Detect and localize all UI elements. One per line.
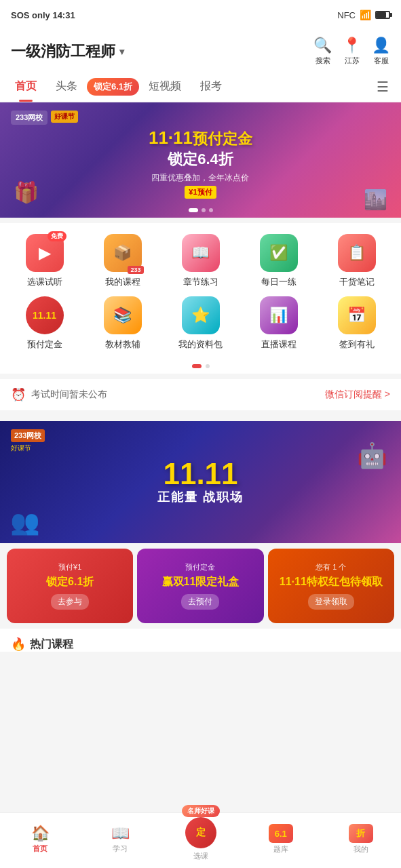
banner2-main: 11.11 正能量 战职场 <box>157 459 244 505</box>
signin-label: 签到有礼 <box>339 338 375 351</box>
mypack-icon: ⭐ <box>182 296 220 334</box>
quick-item-chapter[interactable]: 📖 章节练习 <box>167 234 235 288</box>
banner-main-text: 11·11预付定金 <box>149 122 252 148</box>
trial-icon: ▶ 免费 <box>26 234 64 272</box>
page-dot-1 <box>192 364 202 368</box>
tab-video[interactable]: 短视频 <box>139 71 191 102</box>
banner-2[interactable]: 233网校 好课节 11.11 正能量 战职场 👥 🤖 <box>0 421 401 543</box>
quick-item-textbook[interactable]: 📚 教材教辅 <box>89 296 157 351</box>
course-circle: 定 <box>185 817 216 848</box>
notes-icon: 📋 <box>338 234 376 272</box>
textbook-label: 教材教辅 <box>105 338 140 351</box>
brand-badge: 233 <box>128 266 143 274</box>
status-text: SOS only 14:31 <box>11 10 75 20</box>
nav-item-study[interactable]: 📖 学习 <box>80 825 160 854</box>
header: 一级消防工程师 ▾ 🔍 搜索 📍 江苏 👤 客服 <box>0 30 401 71</box>
banner-dots <box>189 208 213 212</box>
textbook-icon: 📚 <box>104 296 142 334</box>
quick-item-mypack[interactable]: ⭐ 我的资料包 <box>167 296 235 351</box>
flame-icon: 🔥 <box>11 637 26 652</box>
notes-label: 干货笔记 <box>339 276 375 288</box>
nav-more-icon[interactable]: ☰ <box>370 73 396 100</box>
status-bar: SOS only 14:31 NFC 📶 <box>0 0 401 30</box>
banner-logo: 233网校 <box>11 111 47 125</box>
deposit-icon: 11.11 <box>26 296 64 334</box>
promo2-main: 赢双11限定礼盒 <box>162 575 240 588</box>
location-action[interactable]: 📍 江苏 <box>343 37 361 66</box>
battery-icon <box>375 11 390 19</box>
banner2-deco-left: 👥 <box>10 509 40 536</box>
daily-label: 每日一练 <box>261 276 297 288</box>
search-action[interactable]: 🔍 搜索 <box>313 37 332 66</box>
banner2-sub: 正能量 战职场 <box>157 489 244 505</box>
banner2-title: 11.11 <box>157 459 244 489</box>
nav-item-home[interactable]: 🏠 首页 <box>0 825 80 854</box>
mypack-label: 我的资料包 <box>178 338 223 351</box>
banner-deco-left: 🎁 <box>14 180 39 204</box>
banner-content: 11·11预付定金 锁定6.4折 四重优惠叠加，全年冰点价 ¥1预付 <box>149 122 252 199</box>
banner-1[interactable]: 233网校 好课节 11·11预付定金 锁定6.4折 四重优惠叠加，全年冰点价 … <box>0 102 401 218</box>
nav-tabs: 首页 头条 锁定6.1折 短视频 报考 ☰ <box>0 71 401 102</box>
quick-item-trial[interactable]: ▶ 免费 选课试听 <box>11 234 79 288</box>
quick-item-notes[interactable]: 📋 干货笔记 <box>323 234 391 288</box>
quick-item-mycourse[interactable]: 📦 233 我的课程 <box>89 234 157 288</box>
notice-text: 考试时间暂未公布 <box>31 389 107 401</box>
study-label: 学习 <box>113 844 128 854</box>
promo2-btn: 去预付 <box>181 594 219 610</box>
promo1-main: 锁定6.1折 <box>46 575 94 588</box>
tab-report[interactable]: 报考 <box>191 71 231 102</box>
status-left: SOS only 14:31 <box>11 10 75 20</box>
section-heading: 🔥 热门课程 <box>0 629 401 652</box>
quick-icons-grid: ▶ 免费 选课试听 📦 233 我的课程 📖 章节练习 ✅ 每日一练 <box>0 223 401 361</box>
promo-cards: 预付¥1 锁定6.1折 去参与 预付定金 赢双11限定礼盒 去预付 您有 1 个… <box>0 543 401 629</box>
signin-icon: 📅 <box>338 296 376 334</box>
nav-item-exam[interactable]: 6.1 题库 <box>241 824 321 854</box>
live-icon: 📊 <box>260 296 298 334</box>
page-dots <box>0 361 401 374</box>
banner2-festival: 好课节 <box>11 443 45 453</box>
mine-icon: 折 <box>349 824 373 843</box>
service-action[interactable]: 👤 客服 <box>372 37 390 66</box>
promo3-main: 11·11特权红包待领取 <box>280 575 383 588</box>
quick-item-live[interactable]: 📊 直播课程 <box>245 296 313 351</box>
quick-item-deposit[interactable]: 11.11 预付定金 <box>11 296 79 351</box>
nav-item-mine[interactable]: 折 我的 <box>321 824 401 854</box>
title-arrow: ▾ <box>119 46 124 57</box>
promo2-top: 预付定金 <box>185 562 215 572</box>
exam-icon: 6.1 <box>269 824 293 843</box>
notice-bar: ⏰ 考试时间暂未公布 微信订阅提醒 > <box>0 379 401 410</box>
home-label: 首页 <box>33 844 47 854</box>
course-label: 选课 <box>193 851 208 861</box>
daily-icon: ✅ <box>260 234 298 272</box>
promo-card-2[interactable]: 预付定金 赢双11限定礼盒 去预付 <box>137 549 263 623</box>
service-icon: 👤 <box>372 37 390 54</box>
trial-label: 选课试听 <box>27 276 62 288</box>
promo-card-1[interactable]: 预付¥1 锁定6.1折 去参与 <box>7 549 133 623</box>
header-actions: 🔍 搜索 📍 江苏 👤 客服 <box>313 37 390 66</box>
banner2-deco-right: 🤖 <box>357 441 387 470</box>
promo3-btn: 登录领取 <box>308 594 354 610</box>
promo-card-3[interactable]: 您有 1 个 11·11特权红包待领取 登录领取 <box>268 549 394 623</box>
banner2-logo: 233网校 好课节 <box>11 429 45 453</box>
promo1-top: 预付¥1 <box>58 562 81 572</box>
spacer-1 <box>0 416 401 421</box>
mine-label: 我的 <box>354 844 368 854</box>
tab-headline[interactable]: 头条 <box>46 71 87 102</box>
clock-icon: ⏰ <box>11 387 26 402</box>
app-title[interactable]: 一级消防工程师 ▾ <box>11 41 124 62</box>
mycourse-label: 我的课程 <box>105 276 140 288</box>
notice-action[interactable]: 微信订阅提醒 > <box>325 389 390 401</box>
course-badge: 名师好课 <box>182 805 220 817</box>
tab-special[interactable]: 锁定6.1折 <box>87 78 139 96</box>
quick-item-signin[interactable]: 📅 签到有礼 <box>323 296 391 351</box>
status-right: NFC 📶 <box>337 9 390 20</box>
bottom-spacer <box>0 652 401 699</box>
page-dot-2 <box>206 364 210 368</box>
nav-item-course[interactable]: 名师好课 定 选课 <box>160 817 240 861</box>
tab-home[interactable]: 首页 <box>5 71 46 102</box>
quick-item-daily[interactable]: ✅ 每日一练 <box>245 234 313 288</box>
nfc-icon: NFC <box>337 10 356 20</box>
signal-icon: 📶 <box>360 9 371 20</box>
banner-deco-right: 🏙️ <box>364 189 387 211</box>
promo1-btn: 去参与 <box>51 594 89 610</box>
